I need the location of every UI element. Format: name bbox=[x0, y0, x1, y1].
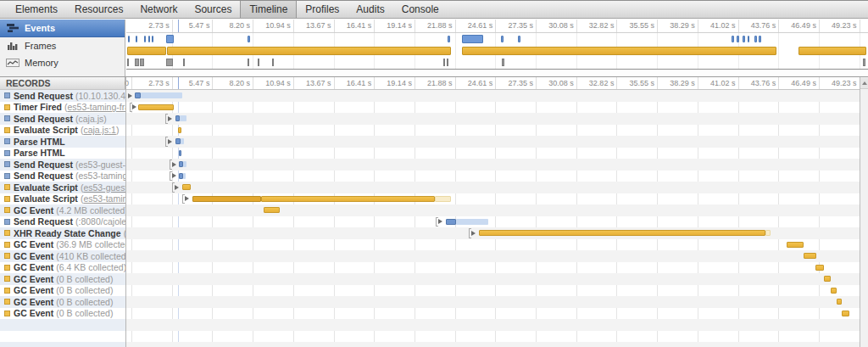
record-bar[interactable] bbox=[141, 92, 182, 98]
tab-console[interactable]: Console bbox=[393, 1, 448, 18]
record-row-graph[interactable] bbox=[126, 113, 860, 125]
record-bar[interactable] bbox=[804, 253, 816, 259]
record-row-label[interactable]: GC Event(6.4 KB collected) bbox=[0, 262, 125, 274]
record-row-label[interactable]: GC Event(0 B collected) bbox=[0, 273, 125, 285]
expand-arrow-icon[interactable] bbox=[172, 162, 176, 167]
record-row-graph[interactable] bbox=[126, 308, 860, 320]
record-row-graph[interactable] bbox=[126, 182, 860, 193]
record-row-label[interactable]: GC Event(4.2 MB collected) bbox=[0, 204, 125, 216]
record-bar[interactable] bbox=[435, 196, 451, 202]
record-row-graph[interactable] bbox=[126, 148, 860, 160]
expand-arrow-icon[interactable] bbox=[438, 219, 442, 224]
record-row-graph[interactable] bbox=[126, 216, 860, 228]
record-row[interactable]: Evaluate Script(caja.js:1) bbox=[0, 125, 860, 137]
vertical-scrollbar[interactable] bbox=[860, 77, 868, 347]
record-row-label[interactable]: GC Event(0 B collected) bbox=[0, 296, 125, 308]
record-row[interactable]: Parse HTML bbox=[0, 136, 860, 148]
sidebar-item-events[interactable]: Events bbox=[0, 20, 125, 37]
tab-timeline[interactable]: Timeline bbox=[240, 1, 297, 18]
record-source-link[interactable]: es53-guest-frame.j… bbox=[83, 182, 125, 193]
record-row[interactable]: Send Request(10.10.130.48) bbox=[0, 90, 860, 102]
record-row[interactable]: GC Event(4.2 MB collected) bbox=[0, 204, 860, 216]
record-row-label[interactable]: Send Request(:8080/cajole?url=ht… bbox=[0, 216, 125, 228]
record-row[interactable]: Send Request(:8080/cajole?url=ht… bbox=[0, 216, 860, 228]
record-row-label[interactable]: Parse HTML bbox=[0, 136, 125, 148]
record-source-link[interactable]: es53-taming-frame… bbox=[83, 193, 125, 204]
expand-arrow-icon[interactable] bbox=[132, 104, 136, 109]
label-column-divider[interactable] bbox=[125, 77, 126, 347]
record-row-label[interactable]: Timer Fired(es53-taming-frame.js:1… bbox=[0, 102, 125, 114]
record-row-graph[interactable] bbox=[126, 296, 860, 308]
record-row-graph[interactable] bbox=[126, 262, 860, 274]
record-row-graph[interactable] bbox=[126, 273, 860, 285]
scrollbar-up-icon[interactable] bbox=[860, 78, 868, 89]
record-row[interactable]: GC Event(36.9 MB collected) bbox=[0, 239, 860, 251]
record-row-label[interactable]: GC Event(0 B collected) bbox=[0, 285, 125, 297]
record-row[interactable]: Evaluate Script(es53-guest-frame.j… bbox=[0, 182, 860, 193]
record-bar[interactable] bbox=[135, 92, 141, 98]
record-bar[interactable] bbox=[264, 207, 280, 213]
tab-elements[interactable]: Elements bbox=[7, 1, 66, 18]
record-row-label[interactable]: Send Request(es53-guest-frame.js) bbox=[0, 159, 125, 171]
record-bar[interactable] bbox=[824, 276, 831, 282]
record-bar[interactable] bbox=[192, 196, 261, 202]
record-bar[interactable] bbox=[180, 115, 186, 121]
tab-audits[interactable]: Audits bbox=[348, 1, 392, 18]
record-row[interactable]: Timer Fired(es53-taming-frame.js:1… bbox=[0, 102, 860, 114]
record-bar[interactable] bbox=[181, 138, 184, 144]
expand-arrow-icon[interactable] bbox=[471, 231, 476, 236]
expand-arrow-icon[interactable] bbox=[172, 173, 176, 178]
record-row-label[interactable]: Parse HTML bbox=[0, 148, 125, 160]
expand-arrow-icon[interactable] bbox=[185, 196, 189, 201]
record-row[interactable]: GC Event(6.4 KB collected) bbox=[0, 262, 860, 274]
record-row-label[interactable]: Evaluate Script(es53-guest-frame.j… bbox=[0, 182, 125, 193]
record-source-link[interactable]: es53-taming-frame.js:1… bbox=[68, 102, 126, 112]
expand-arrow-icon[interactable] bbox=[175, 185, 179, 190]
record-bar[interactable] bbox=[831, 288, 837, 294]
record-row[interactable]: GC Event(0 B collected) bbox=[0, 308, 860, 320]
record-bar[interactable] bbox=[138, 104, 174, 110]
record-row-label[interactable]: Evaluate Script(es53-taming-frame… bbox=[0, 193, 125, 205]
record-row-graph[interactable] bbox=[126, 90, 860, 102]
record-row-graph[interactable] bbox=[126, 102, 860, 114]
record-bar[interactable] bbox=[765, 230, 771, 236]
record-bar[interactable] bbox=[261, 196, 435, 202]
record-row-graph[interactable] bbox=[126, 159, 860, 171]
record-row[interactable]: GC Event(410 KB collected) bbox=[0, 250, 860, 262]
expand-arrow-icon[interactable] bbox=[168, 139, 172, 144]
overview-graph[interactable]: 2.73 s5.47 s8.20 s10.94 s13.67 s16.41 s1… bbox=[126, 20, 868, 77]
record-row-graph[interactable] bbox=[126, 125, 860, 137]
tab-sources[interactable]: Sources bbox=[186, 1, 240, 18]
sidebar-item-memory[interactable]: Memory bbox=[0, 54, 125, 71]
overview-memory-track[interactable] bbox=[126, 57, 868, 70]
record-row-graph[interactable] bbox=[126, 171, 860, 182]
tab-network[interactable]: Network bbox=[131, 1, 186, 18]
record-row[interactable]: Evaluate Script(es53-taming-frame… bbox=[0, 193, 860, 205]
record-bar[interactable] bbox=[842, 311, 849, 316]
record-row-graph[interactable] bbox=[126, 136, 860, 148]
record-bar[interactable] bbox=[456, 219, 488, 225]
record-row[interactable]: GC Event(0 B collected) bbox=[0, 285, 860, 297]
records-body[interactable]: Send Request(10.10.130.48)Timer Fired(es… bbox=[0, 90, 860, 347]
record-row-label[interactable]: Send Request(10.10.130.48) bbox=[0, 90, 125, 102]
record-row[interactable]: GC Event(0 B collected) bbox=[0, 296, 860, 308]
record-bar[interactable] bbox=[787, 242, 804, 248]
record-bar[interactable] bbox=[183, 173, 186, 179]
record-row-graph[interactable] bbox=[126, 285, 860, 297]
record-row-label[interactable]: GC Event(410 KB collected) bbox=[0, 250, 125, 262]
record-row-graph[interactable] bbox=[126, 204, 860, 216]
record-row-label[interactable]: XHR Ready State Change(:8080/c… bbox=[0, 227, 125, 239]
record-row[interactable]: Send Request(es53-taming-frame.js) bbox=[0, 171, 860, 182]
record-row[interactable]: Send Request(caja.js) bbox=[0, 113, 860, 125]
expand-arrow-icon[interactable] bbox=[168, 116, 172, 121]
record-bar[interactable] bbox=[183, 161, 186, 167]
record-bar[interactable] bbox=[837, 299, 842, 305]
overview-frames-track[interactable] bbox=[126, 45, 868, 57]
tab-profiles[interactable]: Profiles bbox=[297, 1, 348, 18]
record-row-label[interactable]: Evaluate Script(caja.js:1) bbox=[0, 125, 125, 137]
record-row[interactable]: GC Event(0 B collected) bbox=[0, 273, 860, 285]
tab-resources[interactable]: Resources bbox=[66, 1, 131, 18]
record-bar[interactable] bbox=[182, 184, 191, 190]
record-row[interactable]: XHR Ready State Change(:8080/c… bbox=[0, 227, 860, 239]
record-row[interactable]: Send Request(es53-guest-frame.js) bbox=[0, 159, 860, 171]
